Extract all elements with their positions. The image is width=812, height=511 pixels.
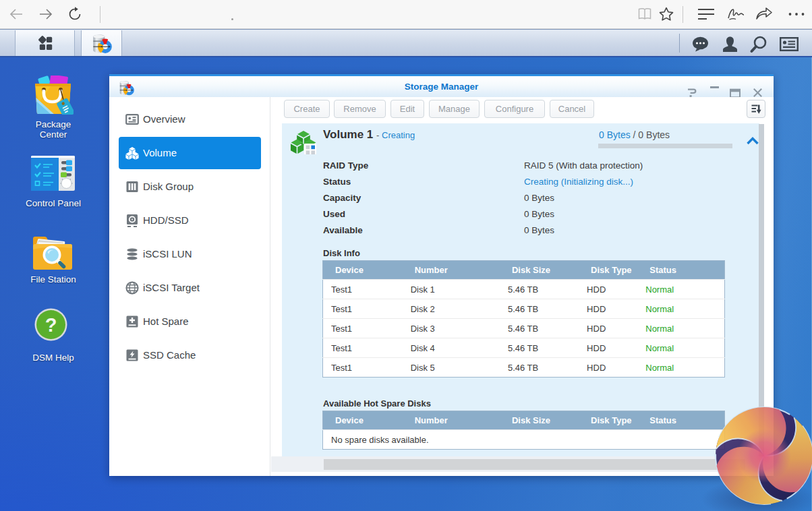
svg-text:?: ? bbox=[45, 314, 57, 336]
